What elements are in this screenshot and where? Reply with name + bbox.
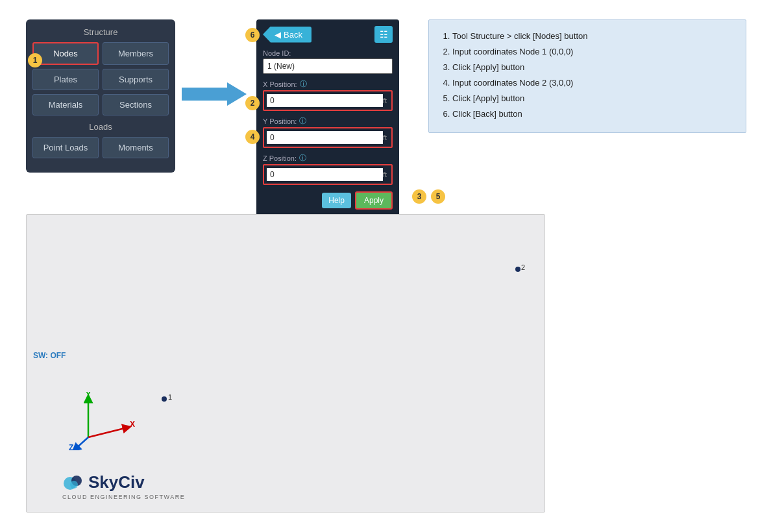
node-id-label: Node ID: [263, 49, 393, 57]
x-position-input[interactable] [267, 94, 383, 107]
node-panel-footer: Help Apply [263, 191, 393, 210]
node-2-label: 2 [521, 263, 525, 271]
back-arrow-icon: ◀ [275, 30, 281, 40]
apply-button[interactable]: Apply [355, 191, 393, 210]
moments-button[interactable]: Moments [103, 137, 169, 158]
x-input-row: ft [267, 94, 389, 107]
skyciv-logo-icon [62, 472, 86, 492]
nodes-button[interactable]: Nodes [32, 42, 99, 65]
y-input-row: ft [267, 131, 389, 144]
instruction-item-5: Click [Apply] button [452, 91, 734, 106]
logo-text: SkyCiv [62, 472, 145, 492]
x-position-label: X Position: ⓘ [263, 79, 393, 89]
svg-line-3 [75, 437, 88, 449]
materials-button[interactable]: Materials [32, 94, 99, 115]
svg-marker-0 [182, 82, 247, 106]
node-1-label: 1 [168, 393, 172, 401]
svg-text:X: X [130, 420, 135, 429]
node-panel: ◀ Back ☷ Node ID: 1 (New) X Position: ⓘ … [256, 19, 399, 216]
y-position-group: ft [263, 127, 393, 148]
canvas-area[interactable]: SW: OFF 1 2 Y X Z [26, 214, 545, 513]
y-position-input[interactable] [267, 131, 383, 144]
z-position-input[interactable] [267, 168, 383, 181]
arrow [182, 78, 253, 110]
structure-panel: Structure Nodes Members Plates Supports … [26, 19, 175, 173]
instruction-item-4: Input coordinates Node 2 (3,0,0) [452, 76, 734, 90]
z-position-group: ft [263, 164, 393, 185]
y-unit: ft [383, 134, 389, 141]
svg-text:Z: Z [69, 443, 73, 450]
logo-area: SkyCiv CLOUD ENGINEERING SOFTWARE [62, 472, 185, 500]
instruction-item-3: Click [Apply] button [452, 60, 734, 75]
svg-point-9 [70, 481, 78, 489]
badge-5: 5 [431, 189, 445, 204]
badge-6: 6 [245, 28, 260, 42]
badge-1: 1 [28, 53, 42, 67]
structure-btn-grid: Nodes Members Plates Supports Materials … [32, 42, 169, 115]
node-2-dot [515, 267, 520, 272]
x-unit: ft [383, 97, 389, 104]
logo-subtitle: CLOUD ENGINEERING SOFTWARE [62, 494, 185, 500]
svg-text:Y: Y [86, 392, 91, 399]
node-panel-header: ◀ Back ☷ [263, 26, 393, 43]
x-info-icon: ⓘ [300, 79, 307, 89]
y-position-label: Y Position: ⓘ [263, 116, 393, 126]
z-position-label: Z Position: ⓘ [263, 153, 393, 163]
instruction-item-2: Input coordinates Node 1 (0,0,0) [452, 45, 734, 59]
badge-4: 4 [245, 130, 260, 144]
plates-button[interactable]: Plates [32, 69, 99, 90]
direction-arrow [182, 82, 247, 106]
supports-button[interactable]: Supports [103, 69, 169, 90]
z-unit: ft [383, 171, 389, 178]
grid-icon-button[interactable]: ☷ [374, 26, 393, 43]
axes-svg: Y X Z [62, 392, 140, 450]
badge-3: 3 [412, 189, 426, 204]
node-1-dot [162, 396, 167, 402]
instruction-item-1: Tool Structure > click [Nodes] button [452, 29, 734, 43]
instructions-list: Tool Structure > click [Nodes] button In… [441, 29, 734, 122]
loads-title: Loads [32, 122, 169, 132]
sections-button[interactable]: Sections [103, 94, 169, 115]
back-label: Back [284, 30, 302, 40]
point-loads-button[interactable]: Point Loads [32, 137, 99, 158]
z-input-row: ft [267, 168, 389, 181]
sw-off-label: SW: OFF [33, 351, 66, 360]
loads-btn-grid: Point Loads Moments [32, 137, 169, 158]
node-id-select[interactable]: 1 (New) [263, 58, 393, 74]
instruction-item-6: Click [Back] button [452, 107, 734, 121]
grid-icon: ☷ [380, 29, 388, 40]
instructions-box: Tool Structure > click [Nodes] button In… [428, 19, 746, 133]
y-info-icon: ⓘ [299, 116, 306, 126]
members-button[interactable]: Members [103, 42, 169, 65]
svg-line-2 [88, 428, 127, 437]
structure-title: Structure [32, 27, 169, 37]
x-position-group: ft [263, 90, 393, 111]
z-info-icon: ⓘ [299, 153, 306, 163]
back-button[interactable]: ◀ Back [263, 27, 312, 43]
help-button[interactable]: Help [322, 193, 351, 208]
badge-2: 2 [245, 96, 260, 110]
